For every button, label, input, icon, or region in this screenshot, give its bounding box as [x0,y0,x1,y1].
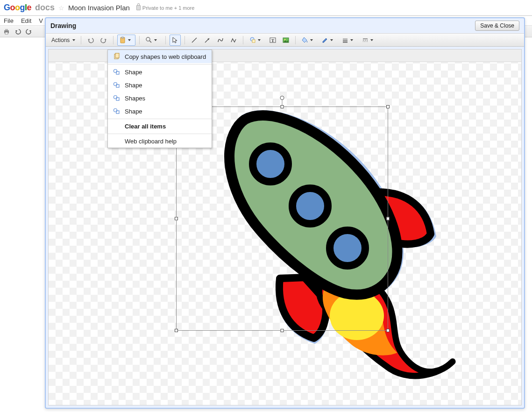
separator [295,36,296,44]
line-weight-button[interactable] [340,35,358,46]
polyline-icon [230,36,237,44]
google-logo: Google [4,3,31,13]
dropdown-item-label: Clear all items [125,123,166,130]
privacy-text: Private to me + 1 more [142,5,195,11]
chevron-down-icon [128,39,131,41]
chevron-down-icon [154,39,157,41]
actions-label: Actions [51,37,70,43]
resize-handle-se[interactable] [386,329,390,332]
separator [108,64,212,64]
line-weight-icon [341,36,349,44]
resize-handle-s[interactable] [281,329,284,332]
curve-tool[interactable] [215,35,226,46]
copy-icon [113,53,121,60]
menu-v[interactable]: V [39,17,43,24]
resize-handle-sw[interactable] [175,329,178,332]
privacy-indicator[interactable]: Private to me + 1 more [136,5,195,11]
fill-color-button[interactable] [299,35,318,46]
resize-handle-e[interactable] [386,217,390,220]
svg-line-6 [149,41,151,43]
print-icon[interactable] [3,28,10,35]
line-tool[interactable] [189,35,200,46]
zoom-icon [145,36,153,44]
text-icon: T [269,36,277,44]
dropdown-item-label: Shape [125,108,142,115]
document-title[interactable]: Moon Invasion Plan [68,4,130,12]
redo-button[interactable] [98,35,109,46]
line-dash-button[interactable] [360,35,378,46]
separator [165,36,166,44]
chevron-down-icon [330,39,333,41]
shape-blue-icon [113,107,121,115]
separator [184,36,185,44]
svg-rect-1 [5,29,8,30]
lock-icon [136,5,141,10]
shape-blue-icon [113,68,121,76]
web-clipboard-dropdown: Copy shapes to web clipboard Shape Shape… [107,50,212,148]
separator [139,36,140,44]
arrow-tool[interactable] [202,35,213,46]
svg-rect-4 [121,37,124,38]
drawing-canvas[interactable]: Copy shapes to web clipboard Shape Shape… [48,49,522,405]
line-color-button[interactable] [319,35,338,46]
save-and-close-button[interactable]: Save & Close [475,21,519,31]
dropdown-clear-all[interactable]: Clear all items [108,120,212,133]
actions-menu[interactable]: Actions [50,37,77,43]
undo-button[interactable] [85,35,96,46]
cursor-icon [171,36,179,44]
line-icon [191,36,198,44]
dropdown-copy-shapes[interactable]: Copy shapes to web clipboard [108,50,212,63]
rotation-handle[interactable] [280,96,284,100]
svg-point-5 [146,37,150,41]
text-tool[interactable]: T [267,35,278,46]
svg-line-7 [192,38,197,43]
shape-blue-icon [113,94,121,102]
shape-tool[interactable] [247,35,265,46]
zoom-button[interactable] [143,35,162,46]
polyline-tool[interactable] [228,35,239,46]
resize-handle-ne[interactable] [386,105,390,108]
drawing-toolbar: Actions [46,33,524,47]
dropdown-shape-item[interactable]: Shape [108,78,212,92]
dropdown-shape-item[interactable]: Shape [108,105,212,118]
pencil-icon [321,36,329,44]
separator [113,36,113,44]
dropdown-shape-item[interactable]: Shapes [108,92,212,105]
select-tool[interactable] [170,35,181,46]
chevron-down-icon [258,39,261,41]
chevron-down-icon [72,39,75,41]
dropdown-item-label: Shapes [125,95,145,102]
paint-bucket-icon [301,36,309,44]
arrow-icon [204,36,211,44]
dropdown-item-label: Shape [125,69,142,76]
web-clipboard-button[interactable] [117,35,135,46]
dropdown-item-label: Shape [125,82,142,89]
modal-title: Drawing [50,22,76,29]
separator [108,119,212,119]
svg-rect-10 [252,40,255,43]
shape-blue-icon [113,81,121,89]
undo-icon [87,36,94,44]
drawing-modal: Drawing Save & Close Actions [45,17,525,409]
dropdown-item-label: Copy shapes to web clipboard [125,53,206,60]
separator [108,134,212,134]
svg-rect-22 [115,53,119,58]
docs-word: docs [35,3,55,13]
menu-edit[interactable]: Edit [21,17,31,24]
resize-handle-w[interactable] [175,217,178,220]
docs-header: Google docs ☆ Moon Invasion Plan Private… [0,0,532,16]
resize-handle-n[interactable] [281,105,284,108]
svg-rect-2 [5,32,8,34]
chevron-down-icon [350,39,353,41]
dropdown-shape-item[interactable]: Shape [108,65,212,78]
undo-icon[interactable] [14,28,21,35]
redo-icon[interactable] [25,28,33,35]
menu-file[interactable]: File [4,17,14,24]
image-tool[interactable] [280,35,291,46]
redo-icon [100,36,107,44]
star-icon[interactable]: ☆ [58,4,64,12]
separator [243,36,243,44]
chevron-down-icon [370,39,373,41]
dropdown-help[interactable]: Web clipboard help [108,135,212,148]
curve-icon [217,36,224,44]
